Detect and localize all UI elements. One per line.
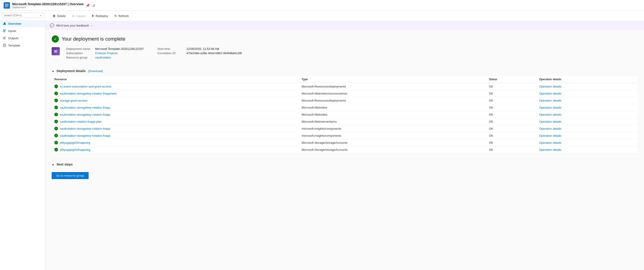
row-check-icon-8: ✓	[54, 141, 58, 144]
svg-point-1	[7, 4, 8, 6]
resource-link-2[interactable]: storage-grant-access	[60, 99, 88, 102]
next-steps-chevron-icon[interactable]: ▲	[52, 163, 54, 166]
sidebar-item-overview[interactable]: Overview	[0, 20, 45, 27]
resource-link-0[interactable]: kv-event-subscription-and-grant-access	[60, 85, 112, 88]
svg-rect-9	[3, 38, 5, 38]
meta-sub-value[interactable]: Contoso Projects	[95, 52, 118, 55]
opdetails-cell-8: Operation details	[536, 139, 638, 146]
svg-rect-17	[54, 51, 56, 52]
table-row: ✓ vaultrotation-storagekey-rotation-fnap…	[52, 132, 638, 139]
row-check-icon-9: ✓	[54, 148, 58, 151]
feedback-text[interactable]: We'd love your feedback! →	[56, 24, 93, 27]
inputs-icon	[3, 29, 6, 33]
op-details-link-2[interactable]: Operation details	[539, 99, 561, 102]
type-cell-5: Microsoft.Web/serverfarms	[299, 118, 486, 125]
search-box[interactable]: «	[2, 13, 43, 18]
col-resource: Resource	[52, 76, 299, 83]
meta-correlation-label: Correlation ID:	[158, 52, 184, 55]
resource-cell-4: ✓ vaultrotation-storagekey-rotation-fnap…	[52, 111, 299, 118]
next-steps-title: Next steps	[57, 163, 73, 166]
layout: « Overview Inputs Outputs	[0, 11, 644, 270]
op-details-link-9[interactable]: Operation details	[539, 148, 561, 151]
status-cell-5: OK	[486, 118, 536, 125]
table-row: ✓ p6tyugajzjp52fnappstrg Microsoft.Stora…	[52, 139, 638, 146]
header-subtitle: Deployment	[12, 6, 84, 9]
content-body: ✓ Your deployment is complete	[45, 30, 644, 184]
op-details-link-7[interactable]: Operation details	[539, 134, 561, 137]
deploy-complete-header: ✓ Your deployment is complete	[52, 35, 638, 43]
svg-rect-14	[4, 46, 5, 46]
meta-correlation-value: 470e246e-a38e-40ed-b9b2-06469b8412f6	[186, 52, 242, 55]
type-cell-9: Microsoft.Storage/storageAccounts	[299, 146, 486, 153]
svg-point-0	[5, 4, 7, 6]
chevron-up-icon[interactable]: ▲	[52, 69, 54, 73]
feedback-banner[interactable]: 💬 We'd love your feedback! →	[45, 21, 644, 30]
sidebar-item-template[interactable]: Template	[0, 42, 45, 49]
resource-link-1[interactable]: vaultrotation-storagekey-rotation-fnapp/…	[60, 92, 117, 95]
op-details-link-4[interactable]: Operation details	[539, 113, 561, 116]
print-icon[interactable]: 🖨	[92, 4, 95, 7]
resource-link-4[interactable]: vaultrotation-storagekey-rotation-fnapp	[60, 113, 110, 116]
table-row: ✓ kv-event-subscription-and-grant-access…	[52, 83, 638, 90]
sidebar-item-template-label: Template	[8, 44, 20, 47]
resource-link-8[interactable]: p6tyugajzjp52fnappstrg	[60, 141, 90, 144]
deploy-info-row: Deployment name: Microsoft.Template-2020…	[52, 47, 638, 65]
resource-cell-7: ✓ vaultrotation-storagekey-rotation-fnap…	[52, 132, 299, 139]
op-details-link-6[interactable]: Operation details	[539, 127, 561, 130]
resource-cell-9: ✓ p6tyugajzjp52fnappstrg	[52, 146, 299, 153]
deploy-meta: Deployment name: Microsoft.Template-2020…	[65, 47, 242, 65]
collapse-icon[interactable]: «	[40, 14, 41, 17]
op-details-link-0[interactable]: Operation details	[539, 85, 561, 88]
cancel-button[interactable]: ⊘ Cancel	[69, 13, 88, 19]
op-details-link-5[interactable]: Operation details	[539, 120, 561, 123]
deploy-complete-check-icon: ✓	[52, 35, 59, 43]
row-check-icon-0: ✓	[54, 85, 58, 88]
search-input[interactable]	[4, 14, 39, 17]
svg-rect-6	[3, 31, 5, 31]
row-check-icon-1: ✓	[54, 92, 58, 95]
op-details-link-3[interactable]: Operation details	[539, 106, 561, 109]
refresh-button[interactable]: ↻ Refresh	[112, 13, 132, 19]
type-cell-6: microsoft.insights/components	[299, 125, 486, 132]
redeploy-button[interactable]: ⬆ Redeploy	[89, 13, 111, 19]
sidebar-item-inputs-label: Inputs	[8, 29, 16, 33]
meta-sub-label: Subscription:	[66, 52, 93, 55]
type-cell-2: Microsoft.Resources/deployments	[299, 97, 486, 104]
next-steps-section: ▲ Next steps Go to resource group	[52, 163, 638, 179]
opdetails-cell-1: Operation details	[536, 90, 638, 97]
status-cell-6: OK	[486, 125, 536, 132]
resource-cell-3: ✓ vaultrotation-storagekey-rotation-fnap…	[52, 104, 299, 111]
resource-link-7[interactable]: vaultrotation-storagekey-rotation-fnapp	[60, 134, 110, 137]
table-row: ✓ p6tyugajzjp52fnappstrg Microsoft.Stora…	[52, 146, 638, 153]
status-cell-9: OK	[486, 146, 536, 153]
pin-icon[interactable]: 📌	[86, 4, 90, 7]
header-title-group: Microsoft.Template-20201228115207 | Over…	[12, 2, 84, 9]
status-cell-4: OK	[486, 111, 536, 118]
op-details-link-8[interactable]: Operation details	[539, 141, 561, 144]
table-row: ✓ vaultrotation-storagekey-rotation-fnap…	[52, 90, 638, 97]
opdetails-cell-9: Operation details	[536, 146, 638, 153]
sidebar-item-outputs[interactable]: Outputs	[0, 35, 45, 42]
meta-rg-value[interactable]: vaultrotation	[95, 56, 111, 59]
resource-link-3[interactable]: vaultrotation-storagekey-rotation-fnapp	[60, 106, 110, 109]
meta-row-rg: Resource group: vaultrotation	[66, 56, 144, 59]
opdetails-cell-4: Operation details	[536, 111, 638, 118]
resource-cell-2: ✓ storage-grant-access	[52, 97, 299, 104]
table-row: ✓ vaultrotation-storagekey-rotation-fnap…	[52, 111, 638, 118]
sidebar-nav: Overview Inputs Outputs Template	[0, 20, 45, 270]
redeploy-icon: ⬆	[92, 14, 94, 18]
meta-name-value: Microsoft.Template-20201228115207	[95, 47, 144, 51]
svg-rect-10	[3, 39, 6, 39]
cancel-icon: ⊘	[72, 14, 75, 18]
deployment-details-header: ▲ Deployment details (Download)	[52, 69, 638, 73]
op-details-link-1[interactable]: Operation details	[539, 92, 561, 95]
download-link[interactable]: (Download)	[88, 69, 103, 73]
go-to-resource-group-button[interactable]: Go to resource group	[52, 172, 88, 179]
status-cell-2: OK	[486, 97, 536, 104]
sidebar-item-inputs[interactable]: Inputs	[0, 27, 45, 35]
main-content: 🗑 Delete ⊘ Cancel ⬆ Redeploy ↻ Refresh 💬…	[45, 11, 644, 270]
resource-link-6[interactable]: vaultrotation-storagekey-rotation-fnapp	[60, 127, 110, 130]
delete-button[interactable]: 🗑 Delete	[50, 13, 68, 19]
resource-link-5[interactable]: vaultrotation-rotation-fnapp-plan	[60, 120, 102, 123]
resource-link-9[interactable]: p6tyugajzjp52fnappstrg	[60, 148, 90, 151]
